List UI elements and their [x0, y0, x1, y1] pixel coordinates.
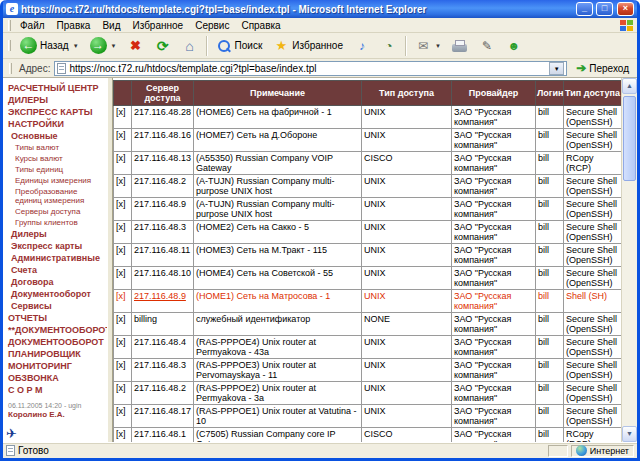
server-cell[interactable]: 217.116.48.3: [132, 359, 194, 382]
sidebar-link[interactable]: Счета: [6, 264, 105, 276]
forward-button[interactable]: → ▼: [85, 34, 122, 57]
mail-button[interactable]: ✉ ▼: [410, 35, 446, 57]
row-select-link[interactable]: [x]: [114, 359, 132, 382]
server-cell[interactable]: 217.116.48.2: [132, 382, 194, 405]
sidebar-link[interactable]: Серверы доступа: [6, 206, 105, 217]
sidebar-link[interactable]: Дилеры: [6, 228, 105, 240]
sidebar-link[interactable]: Курсы валют: [6, 153, 105, 164]
stop-button[interactable]: ✖: [123, 35, 149, 57]
server-cell[interactable]: 217.116.48.9: [132, 198, 194, 221]
row-select-link[interactable]: [x]: [114, 129, 132, 152]
toolbar-grip[interactable]: [8, 40, 11, 51]
menu-item[interactable]: Файл: [14, 20, 51, 31]
sidebar-link[interactable]: Единицы измерения: [6, 175, 105, 186]
column-header[interactable]: Тип доступа: [564, 81, 622, 106]
menu-item[interactable]: Правка: [51, 20, 97, 31]
sidebar-link[interactable]: ОТЧЕТЫ: [6, 312, 105, 324]
menu-item[interactable]: Вид: [96, 20, 126, 31]
server-cell[interactable]: 217.116.48.1: [132, 428, 194, 443]
column-header[interactable]: Примечание: [194, 81, 362, 106]
close-button[interactable]: ×: [617, 2, 634, 16]
sidebar-link[interactable]: ЭКСПРЕСС КАРТЫ: [6, 106, 105, 118]
row-select-link[interactable]: [x]: [114, 106, 132, 129]
menubar-grip[interactable]: [8, 20, 11, 31]
server-cell[interactable]: billing: [132, 313, 194, 336]
column-header[interactable]: Логин: [536, 81, 564, 106]
sidebar-link[interactable]: ПЛАНИРОВЩИК: [6, 348, 105, 360]
row-select-link[interactable]: [x]: [114, 336, 132, 359]
sidebar-link[interactable]: НАСТРОЙКИ: [6, 118, 105, 130]
row-select-link[interactable]: [x]: [114, 382, 132, 405]
sidebar-link[interactable]: РАСЧЕТНЫЙ ЦЕНТР: [6, 82, 105, 94]
scroll-track[interactable]: [622, 94, 637, 426]
scroll-down-icon[interactable]: ▼: [622, 426, 637, 442]
address-input[interactable]: https://noc.t72.ru/htdocs/template.cgi?t…: [54, 61, 567, 76]
server-cell[interactable]: 217.116.48.17: [132, 405, 194, 428]
server-cell[interactable]: 217.116.48.10: [132, 267, 194, 290]
sidebar-link[interactable]: Преобразование единиц измерения: [6, 186, 105, 206]
sidebar-link[interactable]: ОБЗВОНКА: [6, 372, 105, 384]
sidebar-link[interactable]: МОНИТОРИНГ: [6, 360, 105, 372]
column-header[interactable]: Сервер доступа: [132, 81, 194, 106]
server-cell[interactable]: 217.116.48.16: [132, 129, 194, 152]
sidebar-link[interactable]: Сервисы: [6, 300, 105, 312]
server-cell[interactable]: 217.116.48.4: [132, 336, 194, 359]
sidebar-link[interactable]: Договора: [6, 276, 105, 288]
row-select-link[interactable]: [x]: [114, 428, 132, 443]
sidebar-link[interactable]: Группы клиентов: [6, 217, 105, 228]
column-header[interactable]: Провайдер: [452, 81, 536, 106]
sidebar-link[interactable]: Типы единиц: [6, 164, 105, 175]
sidebar-link[interactable]: Основные: [6, 130, 105, 142]
messenger-button[interactable]: ☻: [501, 35, 527, 57]
sidebar-link[interactable]: **ДОКУМЕНТООБОРОТ**: [6, 324, 105, 336]
column-header[interactable]: [114, 81, 132, 106]
minimize-button[interactable]: _: [576, 2, 593, 16]
mail-dropdown-icon[interactable]: ▼: [435, 43, 441, 49]
row-select-link[interactable]: [x]: [114, 175, 132, 198]
maximize-button[interactable]: □: [596, 2, 613, 16]
server-cell[interactable]: 217.116.48.11: [132, 244, 194, 267]
media-button[interactable]: ♪: [349, 35, 375, 57]
server-cell[interactable]: 217.116.48.2: [132, 175, 194, 198]
column-header[interactable]: Тип доступа: [362, 81, 452, 106]
row-select-link[interactable]: [x]: [114, 198, 132, 221]
airplane-icon[interactable]: ✈: [6, 426, 17, 441]
row-select-link[interactable]: [x]: [114, 152, 132, 175]
row-select-link[interactable]: [x]: [114, 267, 132, 290]
sidebar-link[interactable]: Административные: [6, 252, 105, 264]
refresh-button[interactable]: ⟳: [150, 35, 176, 57]
addressbar-grip[interactable]: [9, 63, 12, 74]
sidebar-link[interactable]: ДОКУМЕНТООБОРОТ: [6, 336, 105, 348]
row-select-link[interactable]: [x]: [114, 221, 132, 244]
sidebar-link[interactable]: Документооборот: [6, 288, 105, 300]
go-button[interactable]: ➔ Переход: [571, 60, 634, 76]
row-select-link[interactable]: [x]: [114, 405, 132, 428]
print-button[interactable]: [447, 35, 473, 57]
server-cell[interactable]: 217.116.48.28: [132, 106, 194, 129]
sidebar-link[interactable]: Экспресс карты: [6, 240, 105, 252]
menu-item[interactable]: Сервис: [189, 20, 235, 31]
row-select-link[interactable]: [x]: [114, 244, 132, 267]
forward-dropdown-icon[interactable]: ▼: [111, 43, 117, 49]
scroll-up-icon[interactable]: ▲: [622, 78, 637, 94]
back-button[interactable]: ← Назад ▼: [15, 34, 84, 57]
row-select-link[interactable]: [x]: [114, 290, 132, 313]
server-cell[interactable]: 217.116.48.13: [132, 152, 194, 175]
search-button[interactable]: Поиск: [211, 35, 268, 57]
vertical-scrollbar[interactable]: ▲ ▼: [621, 78, 637, 442]
address-url[interactable]: https://noc.t72.ru/htdocs/template.cgi?t…: [69, 63, 546, 74]
sidebar-link[interactable]: ДИЛЕРЫ: [6, 94, 105, 106]
sidebar-link[interactable]: С О Р М: [6, 384, 105, 396]
scroll-thumb[interactable]: [623, 96, 636, 181]
address-dropdown-icon[interactable]: ▼: [549, 62, 564, 75]
back-dropdown-icon[interactable]: ▼: [73, 43, 79, 49]
home-button[interactable]: ⌂: [177, 35, 203, 57]
menu-item[interactable]: Избранное: [126, 20, 189, 31]
favorites-button[interactable]: ★ Избранное: [268, 35, 348, 57]
server-cell[interactable]: 217.116.48.9: [132, 290, 194, 313]
row-select-link[interactable]: [x]: [114, 313, 132, 336]
edit-button[interactable]: ✎: [474, 35, 500, 57]
history-button[interactable]: ◔: [376, 35, 402, 57]
menu-item[interactable]: Справка: [235, 20, 286, 31]
sidebar-link[interactable]: Типы валют: [6, 142, 105, 153]
